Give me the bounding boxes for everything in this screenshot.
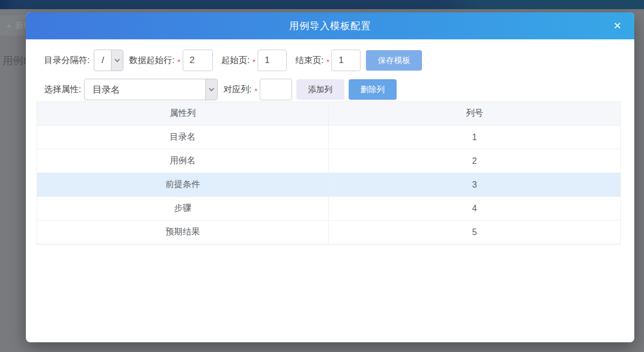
dialog-header: 用例导入模板配置 ✕: [26, 12, 634, 39]
mapped-column-label: 对应列:: [223, 84, 251, 95]
attribute-cell: 前提条件: [37, 173, 329, 196]
delete-column-button[interactable]: 删除列: [349, 79, 397, 100]
start-page-label: 起始页:: [221, 55, 250, 66]
attribute-select-value: 目录名: [85, 79, 205, 100]
table-row[interactable]: 步骤4: [37, 197, 620, 220]
attribute-cell: 预期结果: [37, 220, 329, 244]
data-start-row-input[interactable]: [183, 50, 213, 71]
column-number-cell: 2: [329, 149, 620, 172]
required-mark: *: [327, 57, 330, 66]
data-start-row-label: 数据起始行:: [129, 55, 174, 66]
attribute-cell: 用例名: [37, 149, 329, 172]
close-icon[interactable]: ✕: [613, 21, 621, 31]
column-number-cell: 1: [329, 126, 620, 149]
attribute-table: 属性列 列号 目录名1用例名2前提条件3步骤4预期结果5: [37, 101, 621, 245]
separator-select[interactable]: /: [94, 50, 123, 71]
table-header-row: 属性列 列号: [37, 102, 620, 126]
column-number-header: 列号: [329, 102, 620, 125]
column-number-cell: 3: [329, 173, 620, 196]
attribute-column-header: 属性列: [37, 102, 329, 125]
table-row[interactable]: 用例名2: [37, 149, 620, 173]
attribute-mapping-row: 选择属性: 目录名 对应列: * 添加列 删除列: [26, 79, 634, 100]
save-template-button[interactable]: 保存模板: [366, 50, 422, 71]
required-mark: *: [252, 57, 255, 66]
attribute-cell: 步骤: [37, 197, 329, 220]
attribute-select[interactable]: 目录名: [84, 79, 218, 100]
table-row[interactable]: 前提条件3: [37, 173, 620, 197]
chevron-down-icon: [111, 50, 123, 71]
attribute-cell: 目录名: [37, 126, 329, 149]
start-page-input[interactable]: [258, 50, 287, 71]
chevron-down-icon: [205, 79, 217, 100]
end-page-label: 结束页:: [295, 55, 323, 66]
required-mark: *: [177, 57, 181, 66]
add-column-button[interactable]: 添加列: [296, 79, 344, 100]
select-attribute-label: 选择属性:: [44, 84, 81, 95]
column-number-cell: 4: [329, 197, 620, 220]
end-page-input[interactable]: [331, 50, 361, 71]
attribute-table-body: 目录名1用例名2前提条件3步骤4预期结果5: [37, 126, 620, 244]
required-mark: *: [254, 86, 258, 95]
column-number-cell: 5: [329, 220, 620, 244]
dialog-title: 用例导入模板配置: [289, 19, 371, 32]
mapped-column-input[interactable]: [260, 79, 292, 100]
template-settings-row: 目录分隔符: / 数据起始行: * 起始页: * 结束页: * 保存模板: [26, 50, 634, 71]
separator-label: 目录分隔符:: [44, 55, 89, 66]
import-template-dialog: 用例导入模板配置 ✕ 目录分隔符: / 数据起始行: * 起始页: * 结束页:…: [26, 12, 634, 342]
table-row[interactable]: 预期结果5: [37, 220, 620, 244]
separator-select-value: /: [94, 50, 111, 71]
table-row[interactable]: 目录名1: [37, 126, 620, 149]
